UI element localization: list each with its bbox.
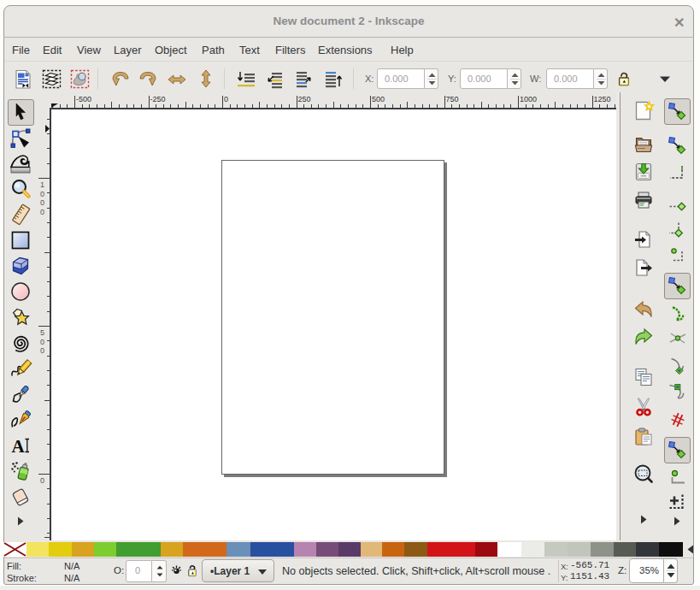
svg-text:A: A bbox=[12, 436, 26, 457]
